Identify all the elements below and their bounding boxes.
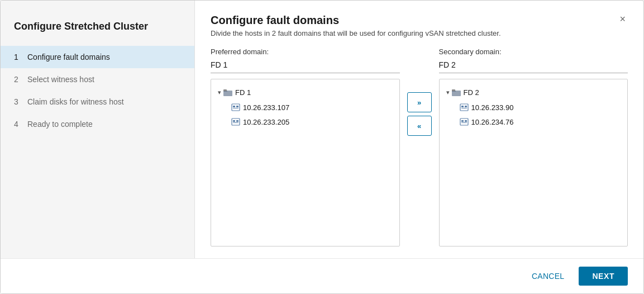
svg-rect-21 [461, 122, 467, 123]
secondary-host-2-ip: 10.26.234.76 [471, 118, 514, 126]
configure-stretched-cluster-dialog: Configure Stretched Cluster 1 Configure … [0, 0, 644, 294]
preferred-folder-icon [223, 89, 232, 97]
secondary-folder-chevron-icon: ▾ [446, 89, 450, 96]
svg-rect-14 [460, 104, 468, 111]
preferred-domain-box: ▾ FD 1 [211, 79, 400, 246]
sidebar-item-4[interactable]: 4 Ready to complete [1, 113, 194, 135]
secondary-domain-section: Secondary domain: ▾ FD 2 [439, 48, 628, 246]
next-button[interactable]: NEXT [579, 267, 628, 286]
svg-rect-5 [236, 106, 238, 107]
preferred-domain-label: Preferred domain: [211, 48, 400, 56]
step-4-label: Ready to complete [27, 120, 93, 129]
secondary-domain-label: Secondary domain: [439, 48, 628, 56]
svg-rect-13 [452, 89, 455, 91]
secondary-domain-folder-label: FD 2 [464, 88, 479, 97]
svg-rect-4 [233, 106, 235, 107]
svg-rect-17 [461, 108, 467, 108]
svg-rect-18 [460, 118, 468, 125]
step-3-num: 3 [14, 97, 23, 106]
secondary-domain-input[interactable] [439, 58, 628, 73]
svg-rect-3 [232, 104, 240, 111]
preferred-host-2-ip: 10.26.233.205 [243, 118, 289, 126]
secondary-folder-icon [452, 89, 461, 97]
sidebar: Configure Stretched Cluster 1 Configure … [1, 1, 195, 293]
dialog-footer: CANCEL NEXT [1, 258, 643, 293]
secondary-host-1-ip: 10.26.233.90 [471, 103, 514, 112]
step-1-label: Configure fault domains [27, 53, 110, 61]
step-3-label: Claim disks for witness host [27, 97, 124, 106]
svg-rect-2 [223, 89, 227, 91]
svg-rect-16 [465, 106, 467, 107]
svg-rect-7 [232, 118, 240, 125]
step-1-num: 1 [14, 53, 23, 61]
preferred-folder-chevron-icon: ▾ [218, 89, 221, 96]
main-subtitle: Divide the hosts in 2 fault domains that… [211, 29, 628, 37]
sidebar-item-1[interactable]: 1 Configure fault domains [1, 46, 194, 68]
secondary-host-2-icon [460, 117, 469, 126]
preferred-host-1-ip: 10.26.233.107 [243, 103, 289, 112]
step-4-num: 4 [14, 120, 23, 129]
preferred-domain-folder-label: FD 1 [235, 88, 251, 97]
svg-rect-19 [461, 120, 464, 122]
sidebar-item-3[interactable]: 3 Claim disks for witness host [1, 91, 194, 113]
svg-rect-15 [461, 106, 464, 107]
main-title: Configure fault domains [211, 14, 339, 27]
svg-rect-9 [236, 120, 238, 122]
svg-rect-8 [233, 120, 235, 122]
secondary-host-1-icon [460, 103, 469, 112]
transfer-buttons-area: » « [400, 48, 439, 136]
svg-rect-20 [465, 120, 467, 122]
close-button[interactable]: × [617, 14, 628, 24]
secondary-host-2-row: 10.26.234.76 [440, 115, 628, 129]
step-2-label: Select witness host [27, 75, 94, 84]
preferred-host-2-icon [231, 117, 240, 126]
move-right-button[interactable]: » [407, 92, 432, 112]
sidebar-item-2[interactable]: 2 Select witness host [1, 68, 194, 91]
move-left-button[interactable]: « [407, 116, 432, 136]
secondary-domain-box: ▾ FD 2 [439, 79, 628, 246]
secondary-host-1-row: 10.26.233.90 [440, 100, 628, 115]
preferred-domain-input[interactable] [211, 58, 400, 73]
preferred-domain-folder-row: ▾ FD 1 [211, 85, 399, 100]
preferred-domain-section: Preferred domain: ▾ FD 1 [211, 48, 400, 246]
step-2-num: 2 [14, 75, 23, 84]
preferred-host-2-row: 10.26.233.205 [211, 115, 399, 129]
domains-container: Preferred domain: ▾ FD 1 [211, 48, 628, 293]
secondary-domain-folder-row: ▾ FD 2 [440, 85, 628, 100]
main-header: Configure fault domains × [211, 14, 628, 27]
svg-rect-6 [233, 108, 238, 108]
main-content: Configure fault domains × Divide the hos… [195, 1, 643, 293]
sidebar-title: Configure Stretched Cluster [1, 12, 194, 46]
preferred-host-1-row: 10.26.233.107 [211, 100, 399, 115]
preferred-host-1-icon [231, 103, 240, 112]
cancel-button[interactable]: CANCEL [523, 267, 573, 285]
svg-rect-10 [233, 122, 238, 123]
